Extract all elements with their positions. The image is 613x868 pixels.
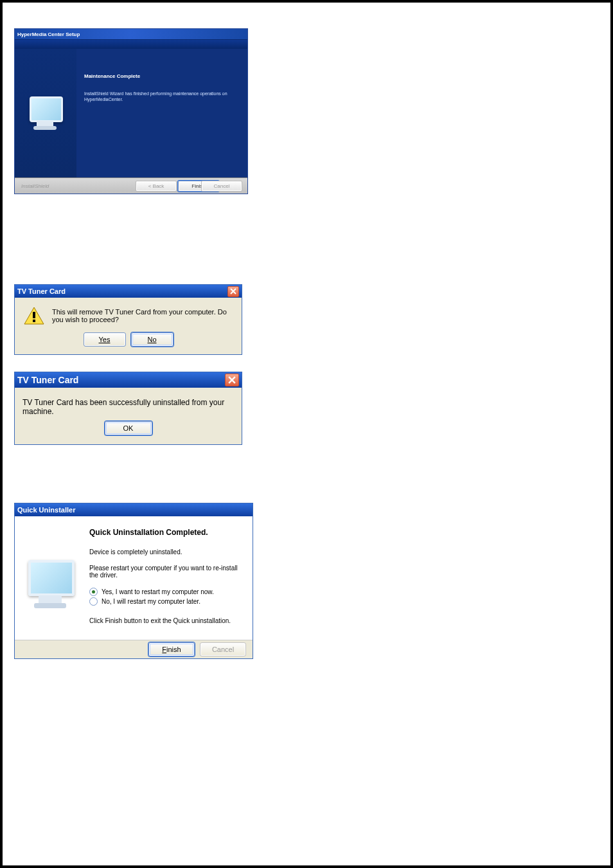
dialog-titlebar: Quick Uninstaller bbox=[15, 503, 253, 516]
computer-monitor-icon bbox=[27, 95, 64, 131]
heading: Maintenance Complete bbox=[84, 73, 235, 79]
ok-button[interactable]: OK bbox=[105, 421, 152, 435]
dialog-title: HyperMedia Center Setup bbox=[15, 29, 247, 40]
back-button: < Back bbox=[136, 181, 177, 192]
warning-icon bbox=[24, 307, 44, 325]
cancel-button: Cancel bbox=[201, 181, 242, 192]
quick-uninstaller-dialog: Quick Uninstaller Quick Uninstallation C… bbox=[14, 503, 253, 659]
heading: Quick Uninstallation Completed. bbox=[89, 528, 244, 537]
svg-rect-1 bbox=[33, 312, 35, 318]
body-line-1: Device is completely uninstalled. bbox=[89, 548, 244, 556]
confirm-text: This will remove TV Tuner Card from your… bbox=[52, 307, 234, 325]
sidebar-graphic bbox=[15, 516, 87, 640]
body-line-3: Click Finish button to exit the Quick un… bbox=[89, 617, 244, 624]
cancel-button: Cancel bbox=[200, 642, 246, 656]
radio-selected-icon bbox=[89, 588, 98, 596]
restart-later-option[interactable]: No, I will restart my computer later. bbox=[89, 597, 244, 606]
header-band bbox=[15, 40, 247, 49]
uninstalled-success-dialog: TV Tuner Card TV Tuner Card has been suc… bbox=[14, 372, 242, 445]
close-button[interactable] bbox=[225, 374, 239, 386]
dialog-title: Quick Uninstaller bbox=[17, 506, 75, 514]
dialog-title: TV Tuner Card bbox=[17, 375, 78, 385]
yes-button[interactable]: Yes bbox=[84, 332, 126, 347]
confirm-remove-dialog: TV Tuner Card This will remove TV Tuner … bbox=[14, 284, 242, 355]
dialog-titlebar: TV Tuner Card bbox=[15, 372, 242, 388]
sidebar-graphic bbox=[15, 49, 76, 177]
dialog-titlebar: TV Tuner Card bbox=[15, 285, 242, 298]
body-text: InstallShield Wizard has finished perfor… bbox=[84, 91, 235, 102]
dialog-title: TV Tuner Card bbox=[17, 287, 66, 295]
close-icon bbox=[228, 376, 236, 384]
finish-button[interactable]: Finish bbox=[148, 642, 195, 656]
close-button[interactable] bbox=[227, 286, 239, 297]
option-label: Yes, I want to restart my computer now. bbox=[102, 588, 214, 595]
brand-label: InstallShield bbox=[21, 183, 49, 189]
svg-rect-2 bbox=[33, 320, 35, 322]
computer-monitor-icon bbox=[24, 558, 77, 610]
no-button[interactable]: No bbox=[131, 332, 173, 347]
success-text: TV Tuner Card has been successfully unin… bbox=[15, 388, 242, 421]
hypermedia-setup-dialog: HyperMedia Center Setup Maintenance Comp… bbox=[14, 28, 248, 194]
restart-now-option[interactable]: Yes, I want to restart my computer now. bbox=[89, 588, 244, 596]
option-label: No, I will restart my computer later. bbox=[102, 598, 200, 605]
radio-unselected-icon bbox=[89, 597, 98, 606]
body-line-2: Please restart your computer if you want… bbox=[89, 565, 244, 579]
close-icon bbox=[230, 288, 236, 294]
